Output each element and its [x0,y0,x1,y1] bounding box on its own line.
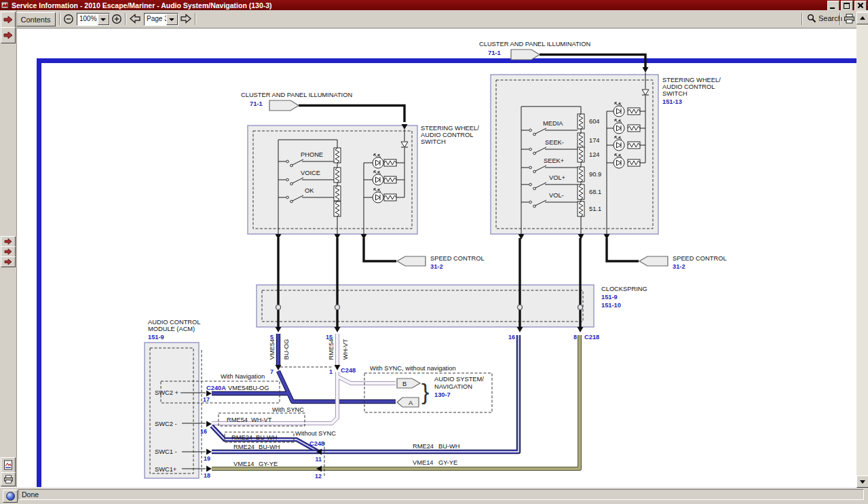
red-arrow-icon [3,31,13,39]
search-label: Search [818,14,842,22]
minimize-button[interactable] [827,1,839,11]
print-page-button[interactable] [1,472,16,486]
red-arrow-icon [4,248,12,255]
toolbar-separator [125,13,126,25]
bookmark-arrow-button[interactable] [1,27,16,43]
bookmark-arrow-button[interactable] [1,256,16,267]
globe-icon [6,492,15,501]
printer-icon [3,475,14,484]
left-sidebar [0,10,17,487]
toolbar-separator [59,13,60,25]
close-icon [857,3,863,8]
restore-button[interactable] [841,1,853,11]
app-icon [1,1,9,9]
previous-page-icon[interactable] [129,14,141,24]
page-select-value: Page 3 [147,15,168,22]
page-select[interactable]: Page 3 [144,13,178,26]
scroll-down-icon[interactable] [856,476,868,488]
page-frame [37,58,866,504]
toolbar-separator [195,13,196,25]
red-arrow-icon [4,258,12,265]
close-button[interactable] [854,1,867,11]
bookmark-arrow-button[interactable] [1,12,16,28]
bookmark-arrow-button[interactable] [1,236,16,247]
search-button[interactable]: Search [807,14,842,23]
zoom-out-icon[interactable] [63,14,74,24]
zoom-dropdown-icon[interactable] [98,14,109,25]
next-page-icon[interactable] [180,14,192,24]
window-title: Service Information - 2010 Escape/Marine… [12,1,272,9]
status-message: Done [18,489,864,500]
scroll-up-icon[interactable] [856,12,868,24]
status-bar: Done [0,487,868,504]
image-page-icon [3,460,13,470]
toolbar: Contents 100% Page 3 [0,10,868,28]
document-area [16,28,856,487]
status-globe-button[interactable] [3,490,18,503]
minimize-icon [830,7,835,9]
zoom-level-value: 100% [79,15,97,22]
image-page-button[interactable] [1,457,16,473]
search-icon [807,14,816,23]
title-bar: Service Information - 2010 Escape/Marine… [0,0,868,10]
toolbar-separator [801,13,803,25]
print-icon[interactable] [844,14,855,24]
page-dropdown-icon[interactable] [166,14,178,25]
bookmark-arrow-button[interactable] [1,246,16,257]
toolbar-separator [839,13,841,25]
restore-icon [844,3,850,9]
zoom-in-icon[interactable] [111,14,122,24]
red-arrow-icon [3,16,13,24]
contents-button[interactable]: Contents [16,12,56,26]
zoom-level-select[interactable]: 100% [77,13,110,26]
red-arrow-icon [4,238,12,245]
app-window: Service Information - 2010 Escape/Marine… [0,0,868,504]
vertical-scrollbar[interactable] [856,10,868,487]
